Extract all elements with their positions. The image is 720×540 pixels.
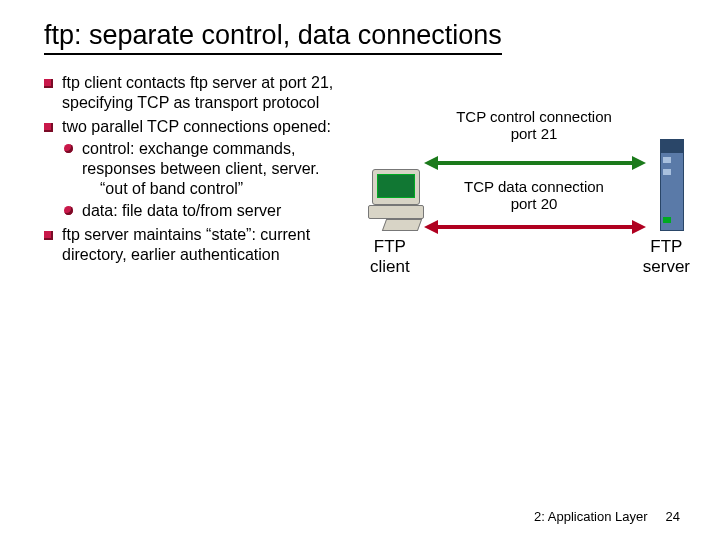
slide-title: ftp: separate control, data connections bbox=[44, 20, 502, 55]
footer-section: 2: Application Layer bbox=[534, 509, 647, 524]
bullet-2-text: two parallel TCP connections opened: bbox=[62, 118, 331, 135]
control-conn-label: TCP control connection port 21 bbox=[444, 109, 624, 142]
bullet-2b: data: file data to/from server bbox=[62, 201, 364, 221]
computer-icon bbox=[366, 169, 428, 231]
bullet-2a: control: exchange commands, responses be… bbox=[62, 139, 364, 199]
bullet-column: ftp client contacts ftp server at port 2… bbox=[44, 73, 364, 369]
bullet-2b-rest: file data to/from server bbox=[118, 202, 282, 219]
data-conn-label: TCP data connection port 20 bbox=[444, 179, 624, 212]
diagram: TCP control connection port 21 TCP data … bbox=[372, 109, 680, 369]
bullet-2a-quote: “out of band control” bbox=[82, 179, 364, 199]
control-conn-line1: TCP control connection bbox=[444, 109, 624, 126]
data-conn-line2: port 20 bbox=[444, 196, 624, 213]
control-conn-line2: port 21 bbox=[444, 126, 624, 143]
bullet-2b-lead: data: bbox=[82, 202, 118, 219]
ftp-client-label: FTP client bbox=[370, 237, 410, 277]
bullet-2a-lead: control: bbox=[82, 140, 134, 157]
footer: 2: Application Layer 24 bbox=[534, 509, 680, 524]
bullet-2: two parallel TCP connections opened: con… bbox=[44, 117, 364, 221]
bullet-3: ftp server maintains “state”: current di… bbox=[44, 225, 364, 265]
ftp-server-label: FTP server bbox=[643, 237, 690, 277]
page-number: 24 bbox=[666, 509, 680, 524]
bullet-1: ftp client contacts ftp server at port 2… bbox=[44, 73, 364, 113]
data-conn-line1: TCP data connection bbox=[444, 179, 624, 196]
server-icon bbox=[660, 139, 684, 231]
